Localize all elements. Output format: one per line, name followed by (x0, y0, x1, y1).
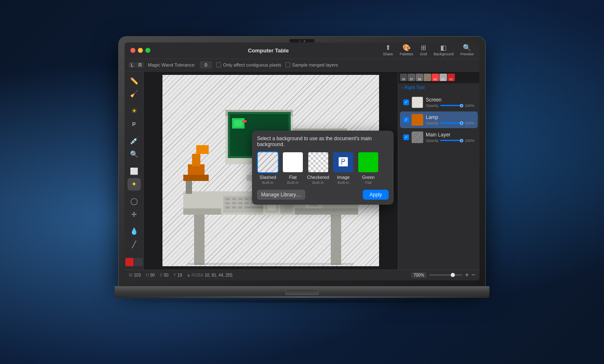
bg-options: Slashed Built-in Flat Built-in (257, 151, 389, 185)
background-button[interactable]: ◧ Background (434, 45, 454, 56)
palettes-label: Palettes (399, 52, 413, 56)
palette-cell-60[interactable]: 60 (432, 74, 439, 81)
zoom-control: 700% + − (411, 272, 475, 278)
h-value: 90 (150, 273, 155, 277)
laptop-wrapper: Computer Table ⬆ Share 🎨 Palettes ⊞ Gri (110, 37, 494, 328)
sample-merged-checkbox[interactable]: Sample merged layers (285, 62, 338, 67)
svg-rect-32 (232, 202, 236, 204)
pencil-tool[interactable]: ✏️ (127, 75, 141, 87)
text-tool[interactable]: P (127, 118, 141, 130)
layer-lamp-opacity-pct: 100% (465, 121, 474, 125)
title-bar: Computer Table ⬆ Share 🎨 Palettes ⊞ Gri (125, 42, 479, 59)
layer-lamp-opacity-bar[interactable] (440, 122, 463, 124)
svg-rect-56 (280, 204, 285, 210)
palette-cell-56[interactable]: 56 (400, 74, 407, 81)
camera-indicator (304, 40, 305, 42)
bg-option-checkered[interactable]: Checkered Built-in (307, 151, 329, 185)
contiguous-checkbox[interactable]: Only affect contiguous pixels (216, 62, 281, 67)
layer-lamp-opacity-row: Opacity 100% (426, 121, 474, 125)
layer-screen-checkbox[interactable]: ✓ (403, 99, 409, 105)
bg-picker-popup: Select a background to use as the docume… (252, 131, 394, 205)
preview-label: Preview (460, 52, 474, 56)
layer-main-checkbox[interactable]: ✓ (403, 134, 409, 140)
y-value: 19 (177, 273, 182, 277)
zoom-minus[interactable]: − (472, 272, 475, 278)
svg-rect-42 (238, 206, 242, 208)
layer-screen-name: Screen (426, 97, 474, 103)
svg-rect-59 (188, 263, 354, 265)
zoom-tool[interactable]: 🔍 (127, 148, 141, 160)
right-tool-toggle[interactable]: › Right Tool (398, 83, 479, 92)
bg-actions: Manage Library.... Apply (257, 190, 389, 200)
bg-option-green[interactable]: Green Flat (357, 151, 379, 185)
layer-lamp[interactable]: ✓ Lamp Opacity (400, 111, 478, 128)
magic-wand-tool[interactable]: ✦ (127, 178, 141, 190)
l-button[interactable]: L (129, 62, 135, 68)
palettes-button[interactable]: 🎨 Palettes (399, 45, 413, 56)
rgba-label: ◈ RGBA (187, 273, 203, 277)
layer-main-name: Main Layer (426, 132, 474, 138)
zoom-dropdown[interactable]: 700% (411, 272, 427, 278)
laptop-shadow (119, 299, 485, 304)
eraser-tool[interactable]: 🧹 (127, 88, 141, 100)
svg-rect-46 (192, 154, 200, 166)
preview-icon: 🔍 (463, 45, 471, 51)
screen-inner: Computer Table ⬆ Share 🎨 Palettes ⊞ Gri (125, 42, 479, 280)
w-label: W (129, 273, 132, 277)
share-button[interactable]: ⬆ Share (383, 45, 393, 56)
palette-cell-58[interactable]: 58 (416, 74, 423, 81)
r-button[interactable]: R (136, 62, 144, 68)
grid-button[interactable]: ⊞ Grid (420, 45, 427, 56)
svg-rect-41 (232, 206, 236, 208)
manage-library-button[interactable]: Manage Library.... (257, 190, 305, 200)
palette-cell-57[interactable]: 57 (408, 74, 415, 81)
close-button[interactable] (130, 48, 135, 53)
bg-green-label: Green (362, 175, 375, 180)
zoom-knob[interactable] (451, 273, 455, 277)
layer-main-opacity-pct: 100% (465, 139, 474, 143)
lr-buttons: L R (129, 62, 144, 68)
apply-button[interactable]: Apply (363, 190, 389, 200)
color-palette-strip: 56 57 58 60 61 62 (398, 72, 479, 83)
fill-tool[interactable]: 💧 (127, 225, 141, 237)
svg-rect-16 (234, 120, 242, 126)
primary-color[interactable] (125, 258, 134, 266)
palette-cell-61[interactable]: 61 (439, 74, 447, 81)
bg-option-flat[interactable]: Flat Built-in (282, 151, 304, 185)
svg-rect-23 (232, 198, 236, 200)
svg-rect-48 (183, 175, 209, 181)
zoom-slider[interactable] (429, 274, 462, 276)
maximize-button[interactable] (145, 48, 150, 53)
bg-option-image[interactable]: 🅿 Image Built-in (332, 151, 354, 185)
bg-slashed-label: Slashed (260, 175, 276, 180)
sun-tool[interactable]: ☀ (127, 105, 141, 117)
palette-cell-62[interactable]: 62 (447, 74, 455, 81)
svg-rect-25 (245, 198, 249, 200)
palette-cell-59[interactable] (424, 74, 431, 81)
eyedropper-tool[interactable]: 💉 (127, 135, 141, 147)
canvas-area[interactable]: Select a background to use as the docume… (144, 72, 398, 270)
app-window: Computer Table ⬆ Share 🎨 Palettes ⊞ Gri (125, 42, 479, 280)
rect-select-tool[interactable]: ⬜ (127, 165, 141, 177)
bg-option-slashed[interactable]: Slashed Built-in (257, 151, 279, 185)
bg-checkered-label: Checkered (307, 175, 329, 180)
line-tool[interactable]: ╱ (127, 238, 141, 250)
layer-screen-opacity-bar[interactable] (440, 105, 463, 106)
tolerance-input[interactable] (200, 61, 212, 69)
move-tool[interactable]: ✛ (127, 208, 141, 220)
layer-screen-opacity-label: Opacity (426, 104, 439, 108)
preview-button[interactable]: 🔍 Preview (460, 45, 474, 56)
traffic-lights (130, 48, 150, 53)
secondary-color[interactable] (135, 258, 143, 266)
layer-lamp-checkbox[interactable]: ✓ (403, 117, 409, 123)
minimize-button[interactable] (138, 48, 143, 53)
toolbar-right: ⬆ Share 🎨 Palettes ⊞ Grid ◧ (383, 45, 474, 56)
lasso-tool[interactable]: ◯ (127, 195, 141, 207)
layer-main[interactable]: ✓ Main Layer Opacity (400, 129, 478, 146)
layer-lamp-info: Lamp Opacity 100% (426, 114, 474, 125)
layer-main-opacity-bar[interactable] (440, 140, 463, 141)
layer-screen[interactable]: ✓ Screen Opacity (400, 94, 478, 111)
layer-screen-opacity-row: Opacity 100% (426, 104, 474, 108)
zoom-plus[interactable]: + (465, 272, 469, 278)
layer-screen-info: Screen Opacity 100% (426, 97, 474, 108)
